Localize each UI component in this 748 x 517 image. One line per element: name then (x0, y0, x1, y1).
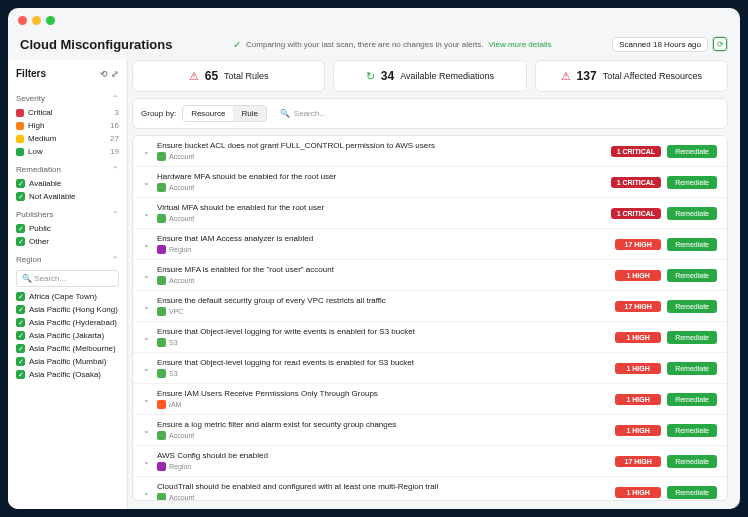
resource-type: S3 (169, 339, 178, 346)
filter-item[interactable]: ✓Asia Pacific (Mumbai) (16, 355, 119, 368)
filter-item[interactable]: High16 (16, 119, 119, 132)
window-titlebar (8, 8, 740, 32)
expand-icon[interactable]: ⌄ (143, 271, 151, 280)
rules-list: ⌄ Ensure bucket ACL does not grant FULL_… (132, 135, 728, 501)
filter-item[interactable]: ✓Asia Pacific (Hyderabad) (16, 316, 119, 329)
collapse-icon[interactable]: ⤢ (111, 69, 119, 79)
resource-type: VPC (169, 308, 183, 315)
expand-icon[interactable]: ⌄ (143, 240, 151, 249)
remediate-button[interactable]: Remediate (667, 145, 717, 158)
resource-type: Account (169, 494, 194, 501)
filters-heading: Filters (16, 68, 46, 79)
severity-badge: 1 HIGH (615, 425, 661, 436)
search-input[interactable]: 🔍 Search... (273, 109, 719, 118)
filter-item[interactable]: ✓Asia Pacific (Jakarta) (16, 329, 119, 342)
group-resource[interactable]: Resource (183, 106, 233, 121)
severity-badge: 1 HIGH (615, 363, 661, 374)
filter-item[interactable]: Medium27 (16, 132, 119, 145)
expand-icon[interactable]: ⌄ (143, 333, 151, 342)
filter-group-publishers[interactable]: Publishers⌃ (16, 207, 119, 222)
close-dot[interactable] (18, 16, 27, 25)
filter-group-region[interactable]: Region⌃ (16, 252, 119, 267)
filters-sidebar: Filters ⟲ ⤢ Severity⌃Critical3High16Medi… (8, 60, 128, 509)
remediate-button[interactable]: Remediate (667, 393, 717, 406)
resource-type: Region (169, 463, 191, 470)
remediate-button[interactable]: Remediate (667, 238, 717, 251)
min-dot[interactable] (32, 16, 41, 25)
resource-type: Account (169, 432, 194, 439)
remediate-button[interactable]: Remediate (667, 362, 717, 375)
remediate-button[interactable]: Remediate (667, 486, 717, 499)
rule-title: Ensure that Object-level logging for rea… (157, 358, 609, 367)
severity-badge: 1 CRITICAL (611, 146, 662, 157)
expand-icon[interactable]: ⌄ (143, 364, 151, 373)
rule-title: Ensure that Object-level logging for wri… (157, 327, 609, 336)
reset-icon[interactable]: ⟲ (100, 69, 108, 79)
expand-icon[interactable]: ⌄ (143, 488, 151, 497)
rule-title: Ensure that IAM Access analyzer is enabl… (157, 234, 609, 243)
rule-row: ⌄ Ensure MFA is enabled for the "root us… (133, 260, 727, 291)
scan-time-badge: Scanned 18 Hours ago (612, 37, 708, 52)
region-search[interactable]: 🔍 Search... (16, 270, 119, 287)
warn-icon: ⚠ (189, 70, 199, 83)
remediate-button[interactable]: Remediate (667, 455, 717, 468)
group-by-label: Group by: (141, 109, 176, 118)
filter-item[interactable]: ✓Asia Pacific (Osaka) (16, 368, 119, 381)
max-dot[interactable] (46, 16, 55, 25)
remediate-button[interactable]: Remediate (667, 207, 717, 220)
info-banner: ✓ Comparing with your last scan, there a… (233, 39, 551, 50)
rule-row: ⌄ Ensure a log metric filter and alarm e… (133, 415, 727, 446)
filter-item[interactable]: ✓Other (16, 235, 119, 248)
refresh-button[interactable]: ⟳ (712, 36, 728, 52)
filter-item[interactable]: ✓Asia Pacific (Melbourne) (16, 342, 119, 355)
group-rule[interactable]: Rule (233, 106, 265, 121)
filter-item[interactable]: Low19 (16, 145, 119, 158)
expand-icon[interactable]: ⌄ (143, 426, 151, 435)
check-icon: ✓ (233, 39, 241, 50)
rule-row: ⌄ Hardware MFA should be enabled for the… (133, 167, 727, 198)
filter-item[interactable]: ✓Available (16, 177, 119, 190)
list-controls: Group by: Resource Rule 🔍 Search... (132, 98, 728, 129)
severity-badge: 1 HIGH (615, 332, 661, 343)
remediate-button[interactable]: Remediate (667, 300, 717, 313)
resource-icon (157, 400, 166, 409)
expand-icon[interactable]: ⌄ (143, 395, 151, 404)
expand-icon[interactable]: ⌄ (143, 302, 151, 311)
rule-row: ⌄ AWS Config should be enabled Region 17… (133, 446, 727, 477)
group-by-toggle[interactable]: Resource Rule (182, 105, 267, 122)
rule-title: CloudTrail should be enabled and configu… (157, 482, 609, 491)
resource-type: IAM (169, 401, 181, 408)
rule-title: Ensure MFA is enabled for the "root user… (157, 265, 609, 274)
severity-badge: 1 HIGH (615, 487, 661, 498)
stat-card: ⚠137Total Affected Resources (535, 60, 728, 92)
filter-item[interactable]: Critical3 (16, 106, 119, 119)
remediate-button[interactable]: Remediate (667, 331, 717, 344)
severity-badge: 1 HIGH (615, 270, 661, 281)
filter-group-remediation[interactable]: Remediation⌃ (16, 162, 119, 177)
resource-icon (157, 431, 166, 440)
filter-item[interactable]: ✓Not Available (16, 190, 119, 203)
filter-item[interactable]: ✓Public (16, 222, 119, 235)
expand-icon[interactable]: ⌄ (143, 178, 151, 187)
resource-type: S3 (169, 370, 178, 377)
resource-icon (157, 462, 166, 471)
stat-card: ⚠65Total Rules (132, 60, 325, 92)
remediate-button[interactable]: Remediate (667, 176, 717, 189)
filter-group-severity[interactable]: Severity⌃ (16, 91, 119, 106)
expand-icon[interactable]: ⌄ (143, 209, 151, 218)
view-details-link[interactable]: View more details (489, 40, 552, 49)
warn-icon: ⚠ (561, 70, 571, 83)
rule-title: Virtual MFA should be enabled for the ro… (157, 203, 605, 212)
expand-icon[interactable]: ⌄ (143, 147, 151, 156)
rule-title: Ensure bucket ACL does not grant FULL_CO… (157, 141, 605, 150)
filter-item[interactable]: ✓Asia Pacific (Hong Kong) (16, 303, 119, 316)
resource-icon (157, 276, 166, 285)
severity-badge: 1 CRITICAL (611, 177, 662, 188)
remediate-button[interactable]: Remediate (667, 424, 717, 437)
filter-item[interactable]: ✓Africa (Cape Town) (16, 290, 119, 303)
expand-icon[interactable]: ⌄ (143, 457, 151, 466)
rule-row: ⌄ Ensure the default security group of e… (133, 291, 727, 322)
remediate-button[interactable]: Remediate (667, 269, 717, 282)
severity-badge: 17 HIGH (615, 301, 661, 312)
rule-row: ⌄ Ensure IAM Users Receive Permissions O… (133, 384, 727, 415)
